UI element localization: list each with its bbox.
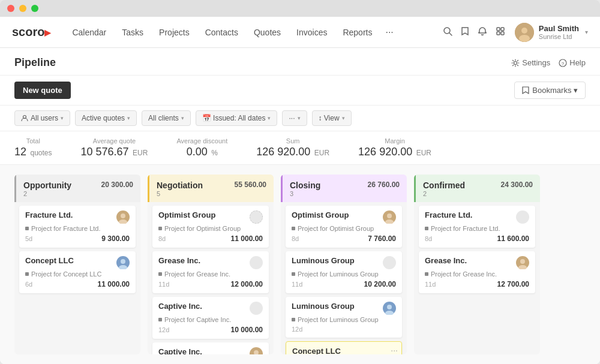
grid-icon[interactable] — [496, 26, 505, 38]
nav-tasks[interactable]: Tasks — [115, 24, 151, 41]
kanban-column-closing: Closing 3 26 760.00 Optimist Group — [281, 175, 407, 354]
card-amount: 12 000.00 — [231, 280, 263, 288]
nav-contacts[interactable]: Contacts — [198, 24, 245, 41]
nav-invoices[interactable]: Invoices — [289, 24, 334, 41]
kanban-card[interactable]: Grease Inc. Project for Grease Inc. 11d … — [152, 251, 269, 293]
kanban-cards-negotiation: Optimist Group Project for Optimist Grou… — [148, 202, 274, 354]
card-project: Project for Concept LLC — [25, 270, 130, 278]
kanban-card[interactable]: Luminous Group Project for Luminous Grou… — [286, 297, 402, 338]
card-top: Grease Inc. — [158, 256, 263, 269]
svg-point-14 — [119, 219, 127, 224]
col-count-confirmed: 2 — [423, 190, 465, 197]
avatar-placeholder — [250, 302, 263, 315]
filter-view[interactable]: ↕ View ▾ — [312, 110, 352, 126]
nav-projects[interactable]: Projects — [152, 24, 197, 41]
nav-more[interactable]: ··· — [380, 23, 398, 41]
minimize-btn[interactable] — [19, 5, 26, 12]
card-amount: 9 300.00 — [101, 234, 130, 243]
filter-dates[interactable]: 📅 Issued: All dates ▾ — [196, 110, 278, 126]
kanban-card[interactable]: Grease Inc. Project for Grease Inc. 11 — [419, 251, 535, 293]
card-amount: 11 600.00 — [497, 234, 529, 243]
project-dot-icon — [425, 272, 428, 276]
col-title-area-confirmed: Confirmed 2 — [423, 181, 465, 197]
kanban-card[interactable]: Concept LLC Project for Concept LLC 6d — [19, 251, 136, 293]
close-btn[interactable] — [7, 5, 14, 12]
filter-users[interactable]: All users ▾ — [14, 110, 70, 126]
logo[interactable]: scoro▸ — [12, 25, 50, 40]
help-link[interactable]: ? Help — [559, 58, 586, 67]
kanban-card[interactable]: Captive Inc. Project for Captive Inc. 12… — [152, 297, 269, 339]
kanban-card[interactable]: Captive Inc. Project for Captive Inc. — [152, 342, 269, 354]
avatar-placeholder — [250, 256, 263, 269]
kanban-card[interactable]: Luminous Group Project for Luminous Grou… — [286, 251, 402, 293]
card-footer: 8d 7 760.00 — [292, 234, 396, 243]
col-header-confirmed: Confirmed 2 24 300.00 — [414, 175, 540, 202]
card-project: Project for Luminous Group — [292, 270, 396, 278]
settings-link[interactable]: Settings — [511, 58, 550, 67]
col-title-negotiation: Negotiation — [157, 181, 203, 190]
card-project-label: Project for Luminous Group — [298, 270, 379, 278]
card-company: Fracture Ltd. — [25, 210, 73, 219]
new-quote-button[interactable]: New quote — [14, 82, 71, 99]
stat-avg-discount-unit: % — [211, 149, 218, 157]
col-title-confirmed: Confirmed — [423, 181, 465, 190]
bookmark-icon[interactable] — [461, 26, 469, 38]
maximize-btn[interactable] — [31, 5, 38, 12]
card-more-button[interactable]: ··· — [391, 345, 398, 354]
project-dot-icon — [158, 227, 162, 230]
card-days: 11d — [292, 281, 302, 288]
card-top: Concept LLC — [292, 347, 395, 354]
kanban-card-highlighted[interactable]: ··· Concept LLC Project for Concept LLC … — [286, 341, 402, 354]
settings-label: Settings — [522, 58, 550, 67]
kanban-card[interactable]: Optimist Group Project for Optimist Grou… — [286, 206, 402, 248]
svg-point-24 — [518, 265, 527, 269]
titlebar — [0, 0, 600, 17]
card-footer: 5d 9 300.00 — [25, 234, 130, 243]
nav-quotes[interactable]: Quotes — [247, 24, 288, 41]
filter-more[interactable]: ··· ▾ — [282, 110, 307, 126]
bookmark-btn-icon — [522, 86, 529, 95]
search-icon[interactable] — [443, 26, 452, 38]
bell-icon[interactable] — [478, 26, 487, 38]
nav-reports[interactable]: Reports — [335, 24, 379, 41]
kanban-container: Opportunity 2 20 300.00 Fracture Ltd. — [0, 165, 600, 364]
kanban-card[interactable]: Fracture Ltd. Project for Fracture Ltd. — [19, 206, 136, 248]
user-area[interactable]: Paul Smith Sunrise Ltd ▾ — [515, 23, 588, 42]
svg-point-15 — [121, 259, 125, 264]
stat-sum-value: 126 920.00 EUR — [256, 146, 329, 158]
bookmarks-button[interactable]: Bookmarks ▾ — [514, 82, 586, 99]
kanban-card[interactable]: Optimist Group Project for Optimist Grou… — [152, 206, 269, 248]
col-header-negotiation: Negotiation 5 55 560.00 — [148, 175, 274, 202]
card-days: 8d — [158, 235, 166, 242]
col-count-closing: 3 — [290, 190, 320, 197]
page-title: Pipeline — [14, 56, 56, 69]
card-project: Project for Grease Inc. — [425, 270, 529, 278]
stat-avg-discount-label: Average discount — [176, 137, 227, 145]
nav-calendar[interactable]: Calendar — [65, 24, 113, 41]
col-sum-closing: 26 760.00 — [368, 181, 400, 189]
stat-sum-number: 126 920.00 — [256, 146, 310, 158]
stat-total-value: 12 quotes — [14, 146, 52, 158]
card-days: 11d — [158, 281, 169, 288]
card-top: Luminous Group — [292, 256, 396, 269]
card-company: Luminous Group — [292, 256, 355, 265]
filter-clients[interactable]: All clients ▾ — [142, 110, 191, 126]
svg-point-22 — [385, 311, 394, 315]
svg-point-23 — [520, 259, 525, 264]
filter-quotes[interactable]: Active quotes ▾ — [75, 110, 137, 126]
kanban-card[interactable]: Fracture Ltd. Project for Fracture Ltd. … — [419, 206, 535, 248]
card-amount: 10 200.00 — [364, 280, 396, 288]
card-top: Captive Inc. — [158, 302, 263, 315]
svg-rect-4 — [497, 32, 500, 35]
user-chevron-icon: ▾ — [585, 29, 588, 35]
card-company: Concept LLC — [25, 256, 74, 265]
card-company: Optimist Group — [292, 210, 349, 219]
project-dot-icon — [292, 318, 295, 321]
stat-total-unit: quotes — [30, 149, 52, 157]
svg-point-8 — [519, 35, 530, 42]
card-project: Project for Optimist Group — [292, 225, 396, 232]
svg-point-9 — [514, 61, 517, 64]
logo-text: scoro — [12, 25, 44, 39]
card-project: Project for Grease Inc. — [158, 270, 263, 278]
navbar: scoro▸ Calendar Tasks Projects Contacts … — [0, 17, 600, 48]
